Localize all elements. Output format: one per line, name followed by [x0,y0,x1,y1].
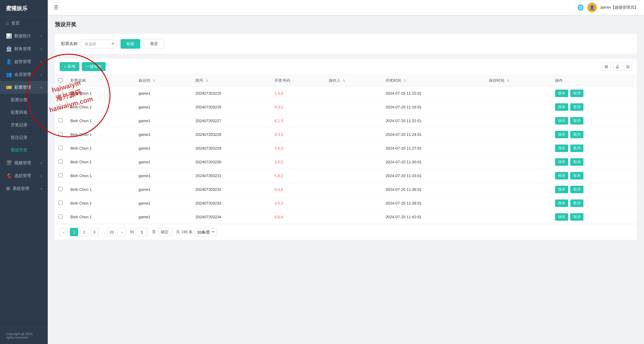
page-btn-3[interactable]: 3 [90,228,98,236]
row-checkbox-6[interactable] [58,173,63,177]
cell-open-time-7: 2024-07-20 11:36:01 [382,183,485,196]
cell-open-time-2: 2024-07-20 11:21:01 [382,114,485,128]
globe-icon[interactable]: 🌐 [577,4,584,11]
save-all-button[interactable]: 一键保存 [82,62,106,71]
reset-button[interactable]: 重置 [144,39,164,49]
cell-period-3: 202407203228 [192,128,271,142]
sidebar-item-lottery-list[interactable]: 彩票列表 [0,106,48,119]
row-checkbox-2[interactable] [58,118,63,122]
cancel-row-button-0[interactable]: 取消 [570,90,583,97]
sidebar-item-preset-draw[interactable]: 预设开奖 [0,144,48,156]
cancel-row-button-4[interactable]: 取消 [570,145,583,152]
table-row: Binh Chon 1 game1 202407203228 3,3,5 202… [55,128,637,142]
page-title: 预设开奖 [55,21,637,28]
save-row-button-1[interactable]: 保存 [555,103,568,111]
cell-tag-7: game1 [135,183,192,196]
sidebar-label-system: 系统管理 [13,186,29,191]
save-row-button-4[interactable]: 保存 [555,145,568,152]
save-row-button-6[interactable]: 保存 [555,172,568,179]
cell-numbers-1: 6,3,2 [271,100,325,114]
cell-tag-5: game1 [135,155,192,169]
cell-save-time-6 [485,169,551,183]
sidebar-item-xuanfei[interactable]: 💃 选妃管理 › [0,169,48,182]
sort-tag-icon: ⇅ [152,79,155,82]
prev-page-button[interactable]: ‹ [60,228,68,236]
row-checkbox-8[interactable] [58,201,63,205]
row-checkbox-0[interactable] [58,91,63,95]
page-btn-2[interactable]: 2 [80,228,88,236]
add-button[interactable]: + 新增 [60,62,79,71]
lottery-name-select[interactable]: 请选择 [81,40,117,48]
col-operator: 操作人 ⇅ [325,75,382,87]
cancel-row-button-1[interactable]: 取消 [570,103,583,111]
hamburger-button[interactable]: ☰ [54,4,58,11]
cell-tag-6: game1 [135,169,192,183]
cell-numbers-9: 5,6,6 [271,210,325,224]
cell-open-time-4: 2024-07-20 11:27:01 [382,142,485,155]
cancel-row-button-5[interactable]: 取消 [570,158,583,166]
page-btn-20[interactable]: 20 [107,228,116,236]
cell-save-time-4 [485,142,551,155]
goto-input[interactable] [136,228,148,236]
page-size-select[interactable]: 10条/页 20条/页 50条/页 [194,228,217,236]
sidebar-label-members: 会员管理 [14,72,31,77]
column-settings-button[interactable]: ⊞ [602,62,611,71]
sidebar-item-bet-record[interactable]: 投注记录 [0,131,48,144]
row-checkbox-7[interactable] [58,187,63,191]
sidebar-item-finance[interactable]: 🏦 财务管理 › [0,42,48,55]
sidebar-item-superadmin[interactable]: 👤 超管管理 › [0,55,48,68]
sidebar-label-lottery-category: 彩票分类 [11,97,27,103]
col-tag: 标识符 ⇅ [135,75,192,87]
save-row-button-2[interactable]: 保存 [555,117,568,125]
sidebar-footer: Copyright @ 2019. rights reserved ' [0,327,48,344]
sidebar-item-lottery-category[interactable]: 彩票分类 [0,94,48,106]
sidebar-item-lottery[interactable]: 🎫 彩票管理 › [0,81,48,94]
save-row-button-0[interactable]: 保存 [555,90,568,97]
sidebar-item-video[interactable]: 🎬 视频管理 › [0,156,48,169]
header-username: admin【超级管理员】 [600,5,638,10]
sidebar-nav: ⌂ 首页 📊 数据统计 › 🏦 财务管理 › 👤 超管管理 › 👥 会员管理 ›… [0,17,48,327]
cell-operator-3 [325,128,382,142]
sidebar-item-stats[interactable]: 📊 数据统计 › [0,30,48,42]
row-checkbox-9[interactable] [58,214,63,219]
save-row-button-7[interactable]: 保存 [555,186,568,193]
row-checkbox-4[interactable] [58,146,63,150]
row-checkbox-5[interactable] [58,159,63,164]
save-row-button-5[interactable]: 保存 [555,158,568,166]
cancel-row-button-3[interactable]: 取消 [570,131,583,138]
page-btn-1[interactable]: 1 [70,228,78,236]
save-row-button-8[interactable]: 保存 [555,199,568,207]
cell-period-0: 202407203225 [192,87,271,100]
sidebar-item-open-record[interactable]: 开奖记录 [0,119,48,131]
goto-confirm-button[interactable]: 确定 [158,228,172,236]
header-checkbox-cell [55,75,67,87]
cell-operator-0 [325,87,382,100]
save-row-button-3[interactable]: 保存 [555,131,568,138]
next-page-button[interactable]: › [118,228,126,236]
chevron-right-icon-8: › [41,187,42,191]
print-button[interactable]: 🖨 [613,62,621,71]
sidebar-item-members[interactable]: 👥 会员管理 › [0,68,48,81]
row-checkbox-3[interactable] [58,132,63,136]
cell-save-time-8 [485,196,551,210]
cancel-row-button-9[interactable]: 取消 [570,213,583,221]
sort-period-icon: ⇅ [206,79,208,82]
cell-tag-8: game1 [135,196,192,210]
sidebar-item-home[interactable]: ⌂ 首页 [0,17,48,30]
row-checkbox-1[interactable] [58,105,63,109]
sidebar-label-lottery: 彩票管理 [14,85,31,90]
save-row-button-9[interactable]: 保存 [555,213,568,221]
col-period: 期号 ⇅ [192,75,271,87]
sidebar-item-system[interactable]: ⚙ 系统管理 › [0,182,48,195]
cell-tag-0: game1 [135,87,192,100]
select-all-checkbox[interactable] [58,78,63,82]
table-row: Binh Chon 1 game1 202407203231 5,6,2 202… [55,169,637,183]
cancel-row-button-7[interactable]: 取消 [570,186,583,193]
cancel-row-button-2[interactable]: 取消 [570,117,583,125]
cancel-row-button-8[interactable]: 取消 [570,199,583,207]
cancel-row-button-6[interactable]: 取消 [570,172,583,179]
export-button[interactable]: ⊟ [624,62,632,71]
stats-icon: 📊 [6,33,12,39]
cell-operator-4 [325,142,382,155]
search-button[interactable]: 检索 [121,39,140,49]
